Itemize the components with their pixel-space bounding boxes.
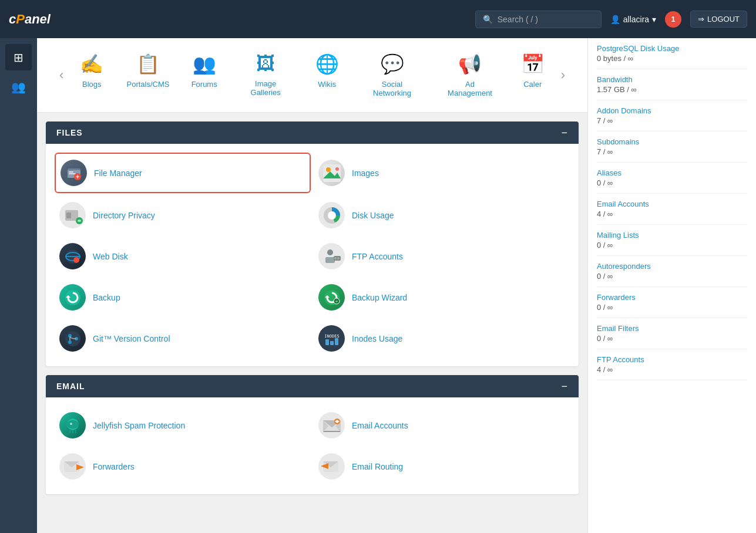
carousel-items: ✍ Blogs 📋 Portals/CMS 👥 Forums 🖼 Image G… [68,47,556,103]
stat-postgresql: PostgreSQL Disk Usage 0 bytes / ∞ [597,38,747,69]
stat-subdomains-label: Subdomains [597,137,747,146]
forwarders-item[interactable]: Forwarders [55,447,311,485]
sidebar-item-users[interactable]: 👥 [5,73,32,100]
stat-email-filters-label: Email Filters [597,324,747,333]
social-networking-icon: 💬 [381,53,404,75]
svg-point-47 [70,423,72,425]
carousel-item-ad[interactable]: 📢 Ad Management [434,47,506,103]
email-section-minimize[interactable]: − [561,381,568,392]
svg-point-24 [334,257,337,259]
web-disk-item[interactable]: Web Disk [55,237,311,275]
backup-wizard-item[interactable]: + Backup Wizard [314,278,570,316]
inodes-item[interactable]: INODES Inodes Usage [314,319,570,357]
carousel-item-social[interactable]: 💬 Social Networking [354,47,431,103]
image-galleries-icon: 🖼 [256,53,275,75]
cpanel-logo: cPanel [9,12,51,27]
stat-subdomains: Subdomains 7 / ∞ [597,131,747,163]
carousel-label-wikis: Wikis [318,80,336,89]
stat-mailing-lists-label: Mailing Lists [597,231,747,239]
svg-marker-57 [76,464,84,470]
search-bar[interactable]: 🔍 Search ( / ) [475,11,602,28]
carousel-next-button[interactable]: › [556,68,570,83]
sidebar-item-dashboard[interactable]: ⊞ [5,44,32,70]
stat-mailing-lists: Mailing Lists 0 / ∞ [597,225,747,256]
disk-usage-item[interactable]: Disk Usage [314,196,570,234]
svg-rect-50 [323,431,341,432]
ad-management-icon: 📢 [458,53,482,75]
images-icon [318,160,345,186]
files-section-header: FILES − [46,122,579,144]
directory-privacy-icon [59,202,86,228]
carousel-label-social: Social Networking [362,80,422,97]
stat-ftp-accounts: FTP Accounts 4 / ∞ [597,349,747,380]
file-manager-icon [61,160,87,186]
carousel-label-blogs: Blogs [82,80,102,89]
inodes-label: Inodes Usage [352,334,402,343]
backup-wizard-icon: + [318,284,345,311]
username: allacira [623,15,649,24]
user-menu[interactable]: 👤 allacira ▾ [610,15,656,24]
stats-list: PostgreSQL Disk Usage 0 bytes / ∞ Bandwi… [588,38,756,380]
carousel-item-portals[interactable]: 📋 Portals/CMS [118,47,177,103]
disk-usage-label: Disk Usage [352,211,394,220]
stat-mailing-lists-value: 0 / ∞ [597,241,747,249]
svg-rect-6 [77,175,78,178]
stat-aliases-label: Aliases [597,168,747,177]
jellyfish-item[interactable]: Jellyfish Spam Protection [55,406,311,444]
stat-bandwidth-label: Bandwidth [597,75,747,84]
git-label: Git™ Version Control [93,334,170,343]
svg-point-16 [328,211,336,220]
git-item[interactable]: Git™ Version Control [55,319,311,357]
carousel-item-wikis[interactable]: 🌐 Wikis [304,47,351,103]
email-routing-item[interactable]: Email Routing [314,447,570,485]
wikis-icon: 🌐 [315,53,339,75]
stat-aliases-value: 0 / ∞ [597,178,747,187]
carousel-prev-button[interactable]: ‹ [55,68,68,83]
stat-ftp-accounts-value: 4 / ∞ [597,365,747,374]
email-accounts-item[interactable]: Email Accounts [314,406,570,444]
ftp-accounts-item[interactable]: FTP Accounts [314,237,570,275]
directory-privacy-label: Directory Privacy [93,211,155,220]
directory-privacy-item[interactable]: Directory Privacy [55,196,311,234]
svg-line-44 [70,429,70,433]
carousel-item-calendar[interactable]: 📅 Caler [509,47,556,103]
right-sidebar: PostgreSQL Disk Usage 0 bytes / ∞ Bandwi… [587,38,756,533]
logout-label: LOGOUT [707,15,740,23]
svg-point-8 [326,167,331,172]
stat-autoresponders: Autoresponders 0 / ∞ [597,256,747,287]
carousel-item-image-galleries[interactable]: 🖼 Image Galleries [231,47,301,103]
stat-ftp-accounts-label: FTP Accounts [597,355,747,364]
images-item[interactable]: Images [314,153,570,193]
email-section-title: EMAIL [56,382,85,391]
file-manager-item[interactable]: File Manager [55,153,311,193]
carousel-item-forums[interactable]: 👥 Forums [181,47,228,103]
user-icon: 👤 [610,15,620,24]
files-section-minimize[interactable]: − [561,127,568,138]
portals-icon: 📋 [136,53,160,75]
stat-email-accounts-label: Email Accounts [597,200,747,208]
carousel-label-calendar: Caler [523,80,542,89]
backup-item[interactable]: Backup [55,278,311,316]
stat-addon-domains-label: Addon Domains [597,106,747,115]
email-routing-label: Email Routing [352,462,403,471]
svg-text:+: + [335,299,337,303]
notification-button[interactable]: 1 [665,11,681,28]
email-section-header: EMAIL − [46,375,579,397]
forwarders-label: Forwarders [93,462,135,471]
svg-rect-2 [69,171,73,173]
backup-wizard-label: Backup Wizard [352,293,407,302]
svg-point-10 [335,167,339,171]
carousel-item-blogs[interactable]: ✍ Blogs [68,47,115,103]
logout-icon: ⇒ [698,15,704,23]
users-icon: 👥 [11,80,26,94]
stat-bandwidth-value: 1.57 GB / ∞ [597,85,747,94]
files-section: FILES − [46,122,579,366]
email-routing-icon [318,453,345,480]
logout-button[interactable]: ⇒ LOGOUT [690,11,747,28]
svg-point-25 [337,257,340,259]
search-icon: 🔍 [483,15,493,24]
carousel-label-portals: Portals/CMS [127,80,170,89]
stat-subdomains-value: 7 / ∞ [597,147,747,156]
email-accounts-label: Email Accounts [352,421,408,430]
stat-aliases: Aliases 0 / ∞ [597,163,747,194]
